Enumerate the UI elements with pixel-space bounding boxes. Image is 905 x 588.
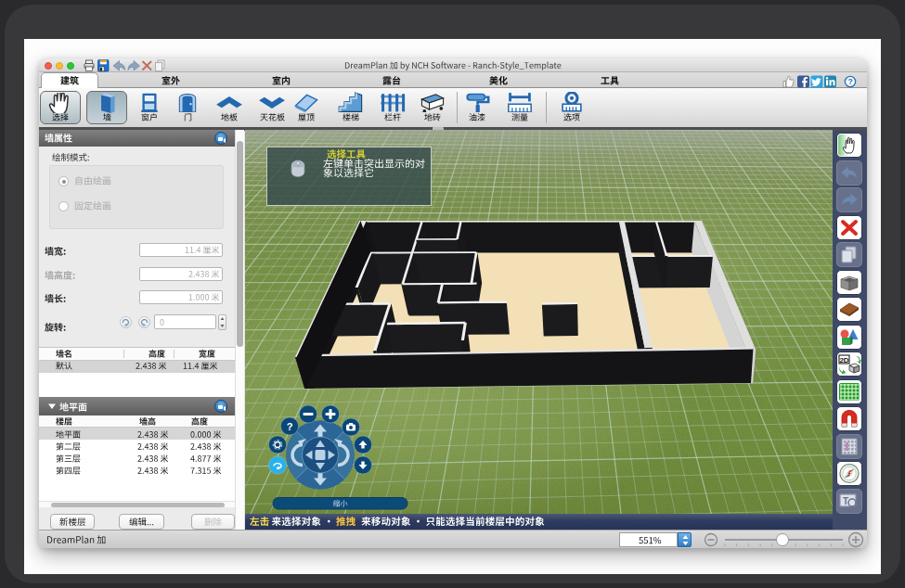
svg-text:?: ? — [287, 421, 293, 432]
svg-text:?: ? — [847, 77, 852, 86]
svg-text:2D: 2D — [839, 356, 848, 364]
svg-text:T: T — [843, 495, 848, 505]
